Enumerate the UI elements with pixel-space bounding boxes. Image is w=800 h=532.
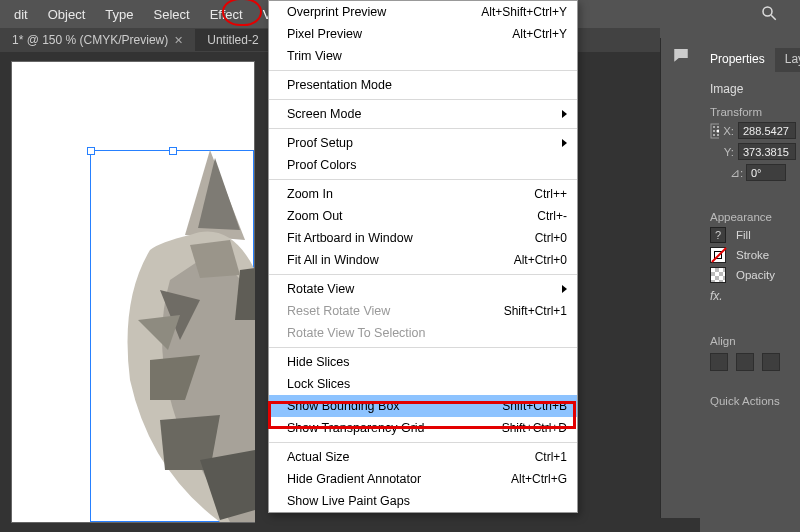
menu-item-lock-slices[interactable]: Lock Slices: [269, 373, 577, 395]
quick-actions-title: Quick Actions: [700, 389, 800, 409]
menu-item-actual-size[interactable]: Actual SizeCtrl+1: [269, 446, 577, 468]
comments-panel-icon[interactable]: [661, 38, 701, 72]
menu-edit[interactable]: dit: [4, 3, 38, 26]
tab-layers[interactable]: Laye: [775, 48, 800, 72]
tab-label: Untitled-2: [207, 33, 258, 47]
rotate-label: ⊿:: [730, 166, 742, 180]
menu-item-proof-setup[interactable]: Proof Setup: [269, 132, 577, 154]
reference-point-icon[interactable]: [710, 123, 719, 139]
menu-item-rotate-view[interactable]: Rotate View: [269, 278, 577, 300]
menu-item-trim-view[interactable]: Trim View: [269, 45, 577, 67]
y-label: Y:: [724, 146, 734, 158]
menu-separator: [269, 274, 577, 275]
menu-item-reset-rotate: Reset Rotate ViewShift+Ctrl+1: [269, 300, 577, 322]
menu-item-proof-colors[interactable]: Proof Colors: [269, 154, 577, 176]
appearance-title: Appearance: [700, 205, 800, 225]
menu-separator: [269, 128, 577, 129]
menu-item-hide-slices[interactable]: Hide Slices: [269, 351, 577, 373]
svg-point-9: [713, 134, 715, 136]
align-left-icon[interactable]: [710, 353, 728, 371]
opacity-label: Opacity: [736, 269, 775, 281]
search-icon[interactable]: [760, 4, 778, 22]
menu-item-fit-all[interactable]: Fit All in WindowAlt+Ctrl+0: [269, 249, 577, 271]
menu-item-hide-gradient-annotator[interactable]: Hide Gradient AnnotatorAlt+Ctrl+G: [269, 468, 577, 490]
menu-object[interactable]: Object: [38, 3, 96, 26]
stroke-label: Stroke: [736, 249, 769, 261]
menu-separator: [269, 347, 577, 348]
svg-point-10: [717, 134, 719, 136]
transform-title: Transform: [700, 100, 800, 120]
align-hcenter-icon[interactable]: [736, 353, 754, 371]
properties-tabs: Properties Laye: [700, 48, 800, 72]
properties-panel: Image Transform X: Y: ⊿: Appearance ?Fil…: [700, 72, 800, 532]
object-type-label: Image: [700, 72, 800, 100]
svg-point-3: [713, 126, 715, 128]
menu-view-dropdown: Overprint PreviewAlt+Shift+Ctrl+Y Pixel …: [268, 0, 578, 513]
menu-item-pixel-preview[interactable]: Pixel PreviewAlt+Ctrl+Y: [269, 23, 577, 45]
submenu-arrow-icon: [562, 285, 567, 293]
menu-item-fit-artboard[interactable]: Fit Artboard in WindowCtrl+0: [269, 227, 577, 249]
menu-item-show-live-paint-gaps[interactable]: Show Live Paint Gaps: [269, 490, 577, 512]
close-icon[interactable]: ✕: [174, 34, 183, 47]
menu-select[interactable]: Select: [144, 3, 200, 26]
x-label: X:: [723, 125, 734, 137]
tab-doc-2[interactable]: Untitled-2: [195, 29, 270, 51]
selection-bounding-box[interactable]: [90, 150, 254, 522]
menu-item-show-bounding-box[interactable]: Show Bounding BoxShift+Ctrl+B: [269, 395, 577, 417]
fill-swatch[interactable]: ?: [710, 227, 726, 243]
submenu-arrow-icon: [562, 139, 567, 147]
tab-properties[interactable]: Properties: [700, 48, 775, 72]
svg-point-7: [717, 129, 720, 132]
fx-label[interactable]: fx.: [700, 285, 800, 307]
menu-item-rotate-to-selection: Rotate View To Selection: [269, 322, 577, 344]
menu-item-overprint-preview[interactable]: Overprint PreviewAlt+Shift+Ctrl+Y: [269, 1, 577, 23]
menu-separator: [269, 70, 577, 71]
menu-item-show-transparency-grid[interactable]: Show Transparency GridShift+Ctrl+D: [269, 417, 577, 439]
submenu-arrow-icon: [562, 110, 567, 118]
menu-item-screen-mode[interactable]: Screen Mode: [269, 103, 577, 125]
fill-label: Fill: [736, 229, 751, 241]
menu-separator: [269, 179, 577, 180]
svg-point-4: [717, 126, 719, 128]
menu-type[interactable]: Type: [95, 3, 143, 26]
menu-effect[interactable]: Effect: [200, 3, 253, 26]
tab-doc-1[interactable]: 1* @ 150 % (CMYK/Preview) ✕: [0, 29, 195, 51]
panel-dock: [660, 38, 700, 518]
menu-separator: [269, 442, 577, 443]
svg-point-0: [763, 7, 772, 16]
tab-label: 1* @ 150 % (CMYK/Preview): [12, 33, 168, 47]
menu-item-zoom-in[interactable]: Zoom InCtrl++: [269, 183, 577, 205]
rotate-field[interactable]: [746, 164, 786, 181]
stroke-swatch[interactable]: [710, 247, 726, 263]
x-field[interactable]: [738, 122, 796, 139]
align-title: Align: [700, 329, 800, 349]
opacity-swatch[interactable]: [710, 267, 726, 283]
y-field[interactable]: [738, 143, 796, 160]
svg-point-6: [713, 130, 715, 132]
svg-line-1: [771, 15, 776, 20]
menu-separator: [269, 99, 577, 100]
align-right-icon[interactable]: [762, 353, 780, 371]
menu-item-zoom-out[interactable]: Zoom OutCtrl+-: [269, 205, 577, 227]
menu-item-presentation-mode[interactable]: Presentation Mode: [269, 74, 577, 96]
